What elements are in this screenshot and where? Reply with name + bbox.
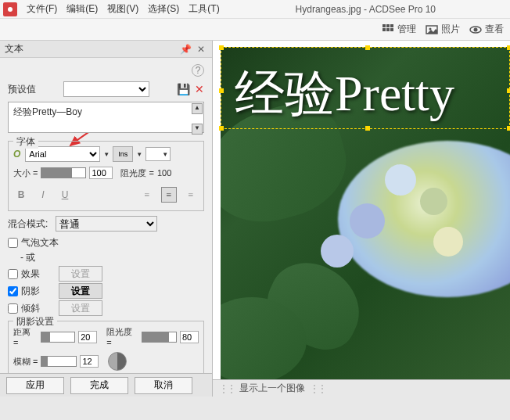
canvas: 经验Pretty ⋮⋮ 显示上一个图像 ⋮⋮ (213, 41, 510, 397)
effect-checkbox[interactable] (8, 269, 18, 279)
menubar: 文件(F) 编辑(E) 视图(V) 选择(S) 工具(T) Hydrangeas… (0, 0, 510, 19)
svg-point-11 (474, 27, 478, 31)
grid-icon (382, 23, 394, 36)
blur-label: 模糊 = (13, 356, 38, 368)
help-icon[interactable]: ? (192, 64, 204, 77)
save-preset-icon[interactable]: 💾 (177, 83, 190, 95)
shadow-opacity-label: 阻光度 = (106, 326, 138, 347)
toolbar: 管理 照片 查看 (0, 19, 510, 41)
skew-label: 倾斜 (21, 302, 40, 315)
skew-settings-button[interactable]: 设置 (59, 300, 102, 316)
svg-rect-3 (386, 24, 390, 27)
align-center-button[interactable]: ≡ (161, 187, 177, 203)
shadow-opacity-value[interactable] (180, 331, 199, 343)
svg-rect-4 (390, 24, 393, 27)
app-icon (3, 2, 17, 16)
shadow-opacity-slider[interactable] (142, 332, 177, 343)
preset-label: 预设值 (8, 83, 36, 96)
font-legend: 字体 (13, 135, 38, 149)
opacity-label: 阻光度 = (120, 167, 153, 179)
menu-file[interactable]: 文件(F) (22, 2, 62, 16)
canvas-footer: ⋮⋮ 显示上一个图像 ⋮⋮ (213, 379, 510, 397)
photo-icon (426, 23, 438, 36)
panel-title: 文本 (5, 42, 23, 56)
apply-button[interactable]: 应用 (6, 377, 64, 394)
prev-image-label[interactable]: 显示上一个图像 (239, 382, 305, 395)
handle-bm[interactable] (365, 126, 370, 131)
eye-icon (469, 23, 482, 36)
blur-value[interactable] (80, 355, 99, 368)
selection-box[interactable] (221, 47, 510, 129)
direction-dial[interactable] (108, 352, 127, 371)
shadow-checkbox[interactable] (8, 286, 18, 296)
pin-icon[interactable]: 📌 (179, 43, 192, 56)
handle-tl[interactable] (219, 45, 224, 50)
effect-settings-button[interactable]: 设置 (59, 266, 102, 282)
handle-bl[interactable] (219, 126, 224, 131)
font-type-icon: O (13, 149, 20, 160)
view-button[interactable]: 查看 (469, 23, 504, 36)
italic-button[interactable]: I (35, 187, 51, 203)
svg-rect-6 (386, 28, 390, 31)
cancel-button[interactable]: 取消 (135, 377, 192, 394)
grip-icon-2: ⋮⋮ (310, 383, 325, 394)
distance-value[interactable] (78, 331, 97, 343)
size-slider[interactable] (41, 167, 86, 178)
svg-rect-2 (382, 24, 386, 27)
bubble-checkbox[interactable] (8, 238, 18, 248)
blur-slider[interactable] (41, 356, 77, 367)
menu-select[interactable]: 选择(S) (143, 2, 184, 16)
opacity-value: 100 (157, 168, 171, 178)
distance-slider[interactable] (41, 332, 76, 343)
bold-button[interactable]: B (13, 187, 29, 203)
manage-label: 管理 (397, 23, 416, 36)
svg-rect-5 (382, 28, 386, 31)
window-title: Hydrangeas.jpg - ACDSee Pro 10 (224, 4, 507, 15)
text-input[interactable]: 经验Pretty—Boy (8, 102, 204, 133)
or-label: - 或 (20, 251, 204, 264)
delete-preset-icon[interactable]: ✕ (195, 83, 204, 95)
underline-button[interactable]: U (57, 187, 73, 203)
scroll-up-icon[interactable]: ▲ (192, 103, 203, 114)
font-select[interactable]: Arial (25, 146, 100, 162)
handle-tm[interactable] (365, 45, 370, 50)
insert-button[interactable]: Ins (113, 146, 133, 162)
menu-tools[interactable]: 工具(T) (184, 2, 224, 16)
menu-edit[interactable]: 编辑(E) (62, 2, 102, 16)
svg-rect-7 (390, 28, 393, 31)
panel-footer: 应用 完成 取消 (0, 373, 212, 397)
distance-label: 距离 = (13, 326, 38, 347)
blend-label: 混合模式: (8, 217, 48, 231)
handle-tr[interactable] (507, 45, 510, 50)
menu-view[interactable]: 视图(V) (102, 2, 143, 16)
handle-br[interactable] (507, 126, 510, 131)
skew-checkbox[interactable] (8, 303, 18, 314)
align-right-button[interactable]: ≡ (183, 187, 199, 203)
color-picker[interactable]: ▼ (145, 147, 171, 161)
size-label: 大小 = (13, 167, 38, 179)
blend-select[interactable]: 普通 (56, 216, 157, 232)
handle-mr[interactable] (507, 88, 510, 93)
done-button[interactable]: 完成 (70, 377, 128, 394)
bubble-label: 气泡文本 (21, 236, 59, 249)
photo-label: 照片 (441, 23, 460, 36)
manage-button[interactable]: 管理 (382, 23, 416, 36)
effect-label: 效果 (21, 267, 40, 281)
grip-icon: ⋮⋮ (219, 383, 235, 394)
handle-ml[interactable] (219, 88, 224, 93)
panel-header: 文本 📌 ✕ (0, 41, 212, 58)
shadow-settings-legend: 阴影设置 (13, 315, 57, 328)
shadow-label: 阴影 (21, 285, 40, 298)
text-panel: 文本 📌 ✕ ? 预设值 💾 ✕ 经验Pretty—Boy ▲ (0, 41, 213, 397)
photo-button[interactable]: 照片 (426, 23, 460, 36)
size-value[interactable] (89, 167, 113, 179)
close-icon[interactable]: ✕ (195, 43, 207, 56)
view-label: 查看 (485, 23, 504, 36)
preset-select[interactable] (63, 81, 149, 97)
shadow-settings-button[interactable]: 设置 (59, 283, 102, 299)
svg-point-1 (8, 7, 13, 12)
align-left-button[interactable]: ≡ (139, 187, 155, 203)
scroll-down-icon[interactable]: ▼ (192, 124, 203, 135)
